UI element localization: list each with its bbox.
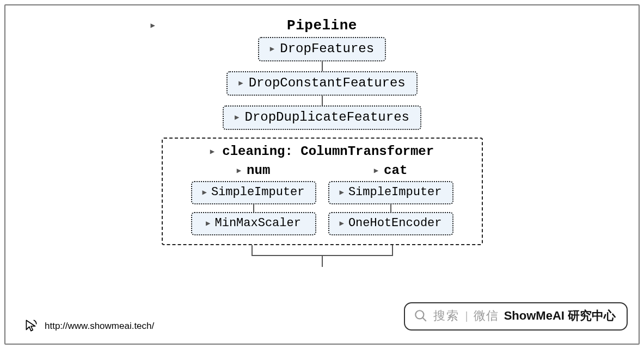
ct-column-name: cat	[384, 163, 407, 178]
chevron-right-icon[interactable]: ▶	[210, 148, 214, 155]
step-drop-duplicate-features[interactable]: ▶ DropDuplicateFeatures	[223, 105, 421, 130]
footer-url: http://www.showmeai.tech/	[45, 321, 154, 332]
step-label: SimpleImputer	[211, 185, 305, 199]
svg-point-0	[416, 310, 424, 319]
diagram-frame: ▶ Pipeline ▶ DropFeatures ▶ DropConstant…	[4, 4, 640, 345]
ct-column-header: ▶ cat	[374, 163, 408, 178]
step-simple-imputer-cat[interactable]: ▶ SimpleImputer	[328, 181, 453, 204]
column-transformer-columns: ▶ num ▶ SimpleImputer ▶ MinMaxScaler	[174, 163, 471, 235]
pipeline-title: Pipeline	[287, 17, 357, 34]
step-label: MinMaxScaler	[215, 216, 301, 230]
search-brand: ShowMeAI 研究中心	[504, 308, 616, 324]
pipeline-diagram: ▶ Pipeline ▶ DropFeatures ▶ DropConstant…	[162, 17, 483, 267]
chevron-right-icon: ▶	[270, 45, 274, 53]
ct-column-cat: ▶ cat ▶ SimpleImputer ▶ OneHotEncoder	[328, 163, 453, 235]
chevron-right-icon: ▶	[206, 220, 210, 227]
chevron-right-icon[interactable]: ▶	[237, 167, 241, 174]
step-label: DropDuplicateFeatures	[244, 110, 409, 124]
divider: |	[465, 310, 468, 322]
ct-column-name: num	[247, 163, 270, 178]
ct-column-header: ▶ num	[237, 163, 271, 178]
chevron-right-icon: ▶	[339, 220, 344, 227]
step-onehot-encoder[interactable]: ▶ OneHotEncoder	[328, 212, 453, 235]
step-minmax-scaler[interactable]: ▶ MinMaxScaler	[191, 212, 316, 235]
chevron-right-icon: ▶	[238, 79, 243, 87]
chevron-right-icon[interactable]: ▶	[151, 21, 155, 30]
svg-line-1	[423, 317, 426, 321]
ct-column-num: ▶ num ▶ SimpleImputer ▶ MinMaxScaler	[191, 163, 316, 235]
column-transformer-block: ▶ cleaning: ColumnTransformer ▶ num ▶ Si…	[162, 138, 483, 245]
search-pill: 搜索 | 微信 ShowMeAI 研究中心	[404, 302, 628, 331]
footer: http://www.showmeai.tech/	[24, 319, 154, 334]
pipeline-title-row: Pipeline	[287, 17, 357, 34]
connector	[322, 61, 323, 71]
cursor-icon	[24, 319, 38, 334]
column-transformer-title: cleaning: ColumnTransformer	[222, 144, 434, 159]
step-drop-features[interactable]: ▶ DropFeatures	[258, 37, 386, 61]
connector	[322, 96, 323, 105]
step-label: SimpleImputer	[348, 185, 442, 199]
step-label: OneHotEncoder	[348, 216, 442, 230]
column-transformer-title-row: ▶ cleaning: ColumnTransformer	[174, 144, 471, 159]
chevron-right-icon: ▶	[202, 189, 206, 196]
connector	[390, 204, 391, 212]
chevron-right-icon[interactable]: ▶	[374, 167, 378, 174]
chevron-right-icon: ▶	[235, 114, 239, 121]
chevron-right-icon: ▶	[339, 189, 344, 196]
step-simple-imputer-num[interactable]: ▶ SimpleImputer	[191, 181, 316, 204]
search-hint: 搜索	[433, 308, 459, 324]
step-label: DropConstantFeatures	[249, 76, 406, 90]
join-connector	[192, 245, 453, 267]
step-label: DropFeatures	[280, 41, 374, 56]
search-icon	[414, 309, 428, 323]
connector	[253, 204, 254, 212]
step-drop-constant-features[interactable]: ▶ DropConstantFeatures	[226, 71, 417, 96]
search-platform: 微信	[474, 308, 499, 324]
